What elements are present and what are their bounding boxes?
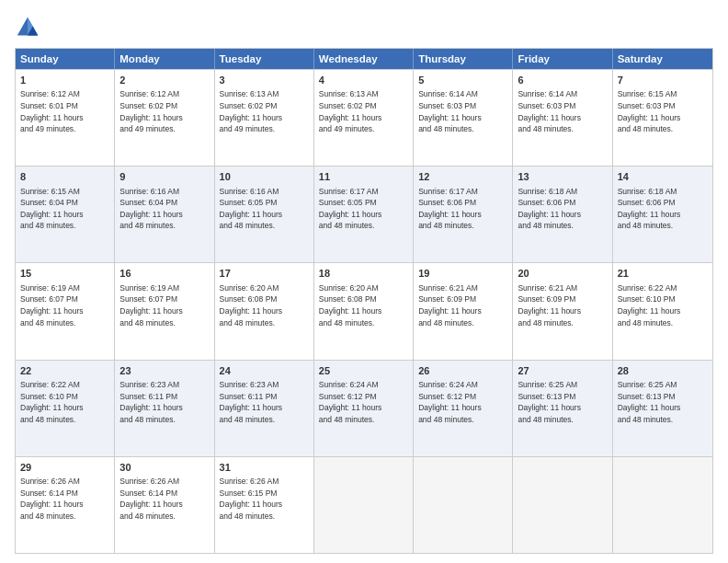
day-number: 25 — [319, 364, 408, 378]
day-number: 8 — [20, 170, 109, 184]
cell-info: Sunrise: 6:16 AM Sunset: 6:05 PM Dayligh… — [220, 187, 283, 231]
cal-cell-day-9: 9Sunrise: 6:16 AM Sunset: 6:04 PM Daylig… — [115, 167, 214, 262]
cal-cell-day-21: 21Sunrise: 6:22 AM Sunset: 6:10 PM Dayli… — [613, 263, 712, 359]
day-number: 5 — [418, 74, 507, 87]
cal-header-monday: Monday — [115, 49, 214, 69]
cal-cell-empty — [414, 457, 513, 553]
day-number: 6 — [518, 74, 607, 87]
cal-cell-day-19: 19Sunrise: 6:21 AM Sunset: 6:09 PM Dayli… — [414, 263, 513, 359]
day-number: 16 — [119, 267, 209, 281]
cal-cell-day-18: 18Sunrise: 6:20 AM Sunset: 6:08 PM Dayli… — [314, 263, 414, 359]
cell-info: Sunrise: 6:25 AM Sunset: 6:13 PM Dayligh… — [518, 380, 581, 424]
day-number: 7 — [618, 74, 708, 87]
cell-info: Sunrise: 6:15 AM Sunset: 6:04 PM Dayligh… — [20, 187, 84, 231]
cal-row-1: 8Sunrise: 6:15 AM Sunset: 6:04 PM Daylig… — [16, 166, 712, 262]
cal-cell-day-20: 20Sunrise: 6:21 AM Sunset: 6:09 PM Dayli… — [513, 263, 612, 359]
day-number: 9 — [119, 170, 209, 184]
cal-cell-day-11: 11Sunrise: 6:17 AM Sunset: 6:05 PM Dayli… — [314, 167, 414, 262]
day-number: 30 — [119, 461, 209, 475]
cell-info: Sunrise: 6:19 AM Sunset: 6:07 PM Dayligh… — [119, 283, 183, 327]
cal-row-3: 22Sunrise: 6:22 AM Sunset: 6:10 PM Dayli… — [16, 360, 712, 456]
cell-info: Sunrise: 6:23 AM Sunset: 6:11 PM Dayligh… — [119, 380, 183, 424]
cell-info: Sunrise: 6:13 AM Sunset: 6:02 PM Dayligh… — [319, 89, 382, 133]
cal-cell-day-14: 14Sunrise: 6:18 AM Sunset: 6:06 PM Dayli… — [613, 167, 712, 262]
cal-cell-day-22: 22Sunrise: 6:22 AM Sunset: 6:10 PM Dayli… — [16, 361, 115, 456]
day-number: 22 — [20, 364, 109, 378]
cell-info: Sunrise: 6:26 AM Sunset: 6:15 PM Dayligh… — [220, 477, 283, 521]
day-number: 19 — [418, 267, 507, 281]
cal-cell-day-23: 23Sunrise: 6:23 AM Sunset: 6:11 PM Dayli… — [115, 361, 214, 456]
cal-cell-empty — [314, 457, 414, 553]
day-number: 26 — [418, 364, 507, 378]
cell-info: Sunrise: 6:20 AM Sunset: 6:08 PM Dayligh… — [319, 283, 382, 327]
logo-icon — [15, 15, 40, 40]
cal-cell-day-8: 8Sunrise: 6:15 AM Sunset: 6:04 PM Daylig… — [16, 167, 115, 262]
cal-cell-empty — [513, 457, 612, 553]
cal-header-tuesday: Tuesday — [215, 49, 314, 69]
cal-cell-day-29: 29Sunrise: 6:26 AM Sunset: 6:14 PM Dayli… — [16, 457, 115, 553]
cell-info: Sunrise: 6:24 AM Sunset: 6:12 PM Dayligh… — [319, 380, 382, 424]
cell-info: Sunrise: 6:12 AM Sunset: 6:02 PM Dayligh… — [119, 89, 183, 133]
cell-info: Sunrise: 6:16 AM Sunset: 6:04 PM Dayligh… — [119, 187, 183, 231]
cal-cell-day-4: 4Sunrise: 6:13 AM Sunset: 6:02 PM Daylig… — [314, 70, 414, 166]
day-number: 24 — [220, 364, 309, 378]
day-number: 23 — [119, 364, 209, 378]
day-number: 10 — [220, 170, 309, 184]
cal-cell-day-12: 12Sunrise: 6:17 AM Sunset: 6:06 PM Dayli… — [414, 167, 513, 262]
cell-info: Sunrise: 6:21 AM Sunset: 6:09 PM Dayligh… — [418, 283, 482, 327]
cal-cell-day-3: 3Sunrise: 6:13 AM Sunset: 6:02 PM Daylig… — [215, 70, 314, 166]
day-number: 2 — [119, 74, 209, 87]
cal-header-friday: Friday — [513, 49, 612, 69]
cal-cell-empty — [613, 457, 712, 553]
day-number: 15 — [20, 267, 109, 281]
day-number: 18 — [319, 267, 408, 281]
calendar-header-row: SundayMondayTuesdayWednesdayThursdayFrid… — [16, 49, 712, 69]
cell-info: Sunrise: 6:23 AM Sunset: 6:11 PM Dayligh… — [220, 380, 283, 424]
cell-info: Sunrise: 6:18 AM Sunset: 6:06 PM Dayligh… — [618, 187, 681, 231]
cell-info: Sunrise: 6:26 AM Sunset: 6:14 PM Dayligh… — [119, 477, 183, 521]
cal-row-2: 15Sunrise: 6:19 AM Sunset: 6:07 PM Dayli… — [16, 262, 712, 359]
header — [15, 15, 713, 40]
cell-info: Sunrise: 6:13 AM Sunset: 6:02 PM Dayligh… — [220, 89, 283, 133]
cal-cell-day-31: 31Sunrise: 6:26 AM Sunset: 6:15 PM Dayli… — [215, 457, 314, 553]
cell-info: Sunrise: 6:18 AM Sunset: 6:06 PM Dayligh… — [518, 187, 581, 231]
cell-info: Sunrise: 6:15 AM Sunset: 6:03 PM Dayligh… — [618, 89, 681, 133]
cal-cell-day-27: 27Sunrise: 6:25 AM Sunset: 6:13 PM Dayli… — [513, 361, 612, 456]
cal-cell-day-17: 17Sunrise: 6:20 AM Sunset: 6:08 PM Dayli… — [215, 263, 314, 359]
cal-cell-day-28: 28Sunrise: 6:25 AM Sunset: 6:13 PM Dayli… — [613, 361, 712, 456]
cal-cell-day-25: 25Sunrise: 6:24 AM Sunset: 6:12 PM Dayli… — [314, 361, 414, 456]
cell-info: Sunrise: 6:19 AM Sunset: 6:07 PM Dayligh… — [20, 283, 84, 327]
cal-cell-day-24: 24Sunrise: 6:23 AM Sunset: 6:11 PM Dayli… — [215, 361, 314, 456]
cal-row-4: 29Sunrise: 6:26 AM Sunset: 6:14 PM Dayli… — [16, 456, 712, 553]
day-number: 29 — [20, 461, 109, 475]
cal-cell-day-26: 26Sunrise: 6:24 AM Sunset: 6:12 PM Dayli… — [414, 361, 513, 456]
day-number: 1 — [20, 74, 109, 87]
cell-info: Sunrise: 6:20 AM Sunset: 6:08 PM Dayligh… — [220, 283, 283, 327]
day-number: 3 — [220, 74, 309, 87]
cell-info: Sunrise: 6:21 AM Sunset: 6:09 PM Dayligh… — [518, 283, 581, 327]
cal-cell-day-15: 15Sunrise: 6:19 AM Sunset: 6:07 PM Dayli… — [16, 263, 115, 359]
cell-info: Sunrise: 6:22 AM Sunset: 6:10 PM Dayligh… — [20, 380, 84, 424]
logo — [15, 15, 44, 40]
calendar: SundayMondayTuesdayWednesdayThursdayFrid… — [15, 48, 713, 554]
cal-cell-day-13: 13Sunrise: 6:18 AM Sunset: 6:06 PM Dayli… — [513, 167, 612, 262]
cal-header-sunday: Sunday — [16, 49, 115, 69]
cell-info: Sunrise: 6:24 AM Sunset: 6:12 PM Dayligh… — [418, 380, 482, 424]
day-number: 27 — [518, 364, 607, 378]
cal-header-thursday: Thursday — [414, 49, 513, 69]
day-number: 11 — [319, 170, 408, 184]
cal-cell-day-7: 7Sunrise: 6:15 AM Sunset: 6:03 PM Daylig… — [613, 70, 712, 166]
day-number: 21 — [618, 267, 708, 281]
cell-info: Sunrise: 6:25 AM Sunset: 6:13 PM Dayligh… — [618, 380, 681, 424]
cell-info: Sunrise: 6:14 AM Sunset: 6:03 PM Dayligh… — [418, 89, 482, 133]
calendar-body: 1Sunrise: 6:12 AM Sunset: 6:01 PM Daylig… — [16, 69, 712, 553]
cell-info: Sunrise: 6:14 AM Sunset: 6:03 PM Dayligh… — [518, 89, 581, 133]
cal-cell-day-1: 1Sunrise: 6:12 AM Sunset: 6:01 PM Daylig… — [16, 70, 115, 166]
day-number: 13 — [518, 170, 607, 184]
cal-cell-day-16: 16Sunrise: 6:19 AM Sunset: 6:07 PM Dayli… — [115, 263, 214, 359]
page: SundayMondayTuesdayWednesdayThursdayFrid… — [0, 0, 728, 563]
day-number: 4 — [319, 74, 408, 87]
cal-cell-day-6: 6Sunrise: 6:14 AM Sunset: 6:03 PM Daylig… — [513, 70, 612, 166]
cal-cell-day-5: 5Sunrise: 6:14 AM Sunset: 6:03 PM Daylig… — [414, 70, 513, 166]
cell-info: Sunrise: 6:17 AM Sunset: 6:06 PM Dayligh… — [418, 187, 482, 231]
